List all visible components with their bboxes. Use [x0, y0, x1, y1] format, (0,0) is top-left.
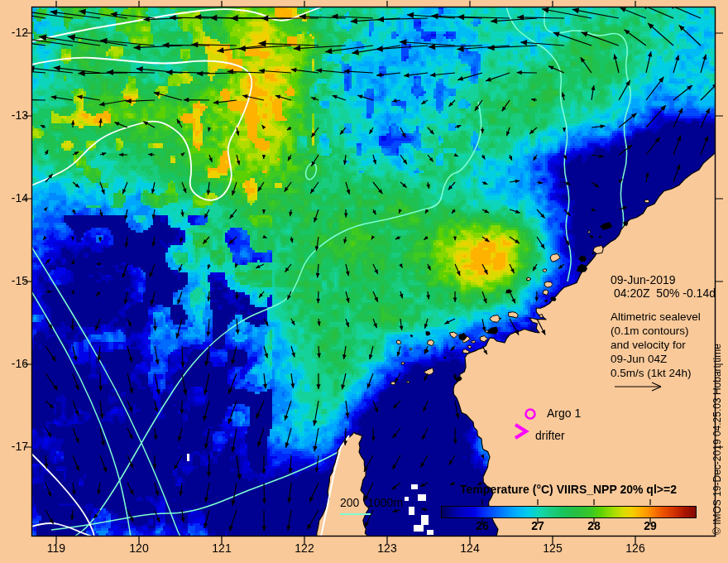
copyright-text: © IMOS 19-Dec-2019 04:25:03 Hobart time: [712, 344, 723, 535]
datetime-line1: 09-Jun-2019: [611, 274, 676, 286]
colorbar-tick-label: 26: [466, 520, 499, 532]
lon-tick-label: 121: [204, 542, 240, 555]
lon-tick-label: 126: [617, 542, 654, 555]
colorbar-tick-label: 28: [577, 520, 611, 532]
lat-tick-label: -14: [0, 192, 28, 205]
lat-tick-label: -13: [0, 109, 28, 122]
info-line: Altimetric sealevel: [611, 311, 701, 324]
drifter-label: drifter: [535, 430, 565, 442]
lon-tick-label: 124: [452, 542, 488, 555]
temperature-colorbar: [441, 506, 697, 518]
lon-tick-label: 122: [286, 542, 323, 555]
lat-tick-label: -15: [0, 275, 28, 287]
depth-scale-label: 200 1000m: [340, 497, 403, 509]
info-line: 0.5m/s (1kt 24h): [611, 368, 692, 380]
datetime-line2: 04:20Z 50% -0.14d: [614, 287, 716, 300]
colorbar-title: Temperature (°C) VIIRS_NPP 20% ql>=2: [436, 484, 701, 496]
lon-tick-label: 123: [369, 542, 405, 555]
info-line: (0.1m contours): [611, 325, 689, 338]
colorbar-tick-label: 27: [521, 520, 554, 532]
lon-tick-label: 119: [38, 542, 74, 555]
lon-tick-label: 120: [121, 542, 157, 555]
lon-tick-label: 125: [534, 542, 571, 555]
info-line: 09-Jun 04Z: [611, 354, 667, 366]
info-line: and velocity for: [611, 339, 686, 352]
lat-tick-label: -17: [0, 440, 28, 453]
colorbar-tick-label: 29: [634, 520, 667, 532]
depth-scale-line: [340, 513, 371, 515]
argo-label: Argo 1: [547, 407, 581, 420]
lat-tick-label: -12: [0, 26, 28, 39]
lat-tick-label: -16: [0, 358, 28, 370]
